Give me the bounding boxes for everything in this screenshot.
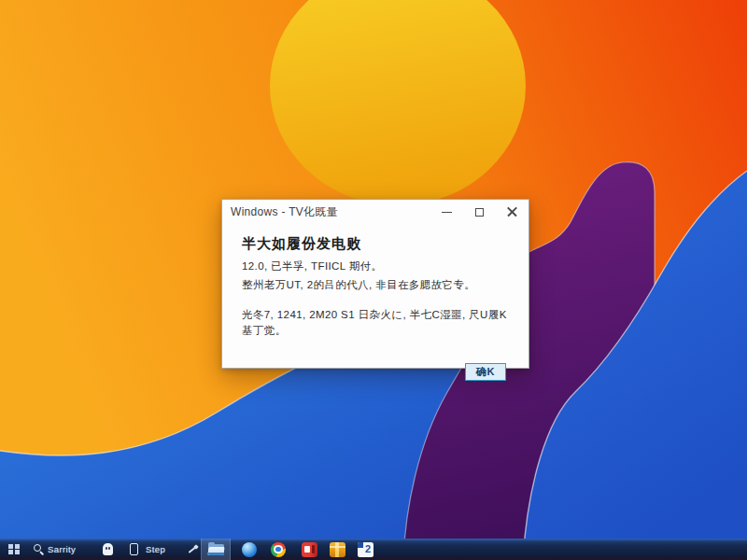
close-button[interactable] <box>496 200 529 224</box>
start-button[interactable] <box>7 539 21 560</box>
windows-logo-icon <box>8 544 19 554</box>
cortana-figure-icon <box>103 543 113 555</box>
taskbar-item-cortana[interactable] <box>102 539 114 560</box>
ok-button[interactable]: 确K <box>465 363 506 381</box>
desktop: Windows - TV化既量 半大如履份发电败 12.0, 已半孚, TFII… <box>0 0 747 560</box>
taskbar-item-red-app[interactable] <box>301 539 317 560</box>
blue-sphere-icon <box>242 542 257 557</box>
red-app-icon <box>302 542 317 557</box>
dialog-body-text: 12.0, 已半孚, TFIICL 期付。 整州老万UT, 2的吕的代八, 非目… <box>242 258 515 294</box>
blue-2-icon: 2 <box>358 542 374 557</box>
taskbar: Sarrity Step 2 <box>0 539 747 560</box>
taskbar-item-chrome[interactable] <box>270 539 287 560</box>
dialog-heading: 半大如履份发电败 <box>242 224 515 251</box>
tablet-icon <box>130 543 138 555</box>
minimize-icon <box>442 212 452 213</box>
dialog-body-line2: 整州老万UT, 2的吕的代八, 非目在多腮故它专。 <box>242 279 475 290</box>
task-view-label[interactable]: Step <box>146 539 172 560</box>
minimize-button[interactable] <box>430 200 463 224</box>
taskbar-item-blue2-app[interactable]: 2 <box>357 539 374 560</box>
close-icon <box>507 207 517 217</box>
maximize-icon <box>475 208 484 217</box>
window-controls <box>430 200 529 224</box>
taskbar-item-pin[interactable] <box>186 539 198 560</box>
dialog-body-line1: 12.0, 已半孚, TFIICL 期付。 <box>242 260 382 272</box>
search-button[interactable] <box>33 539 45 560</box>
dialog-title: Windows - TV化既量 <box>231 204 338 220</box>
dialog-window: Windows - TV化既量 半大如履份发电败 12.0, 已半孚, TFII… <box>221 199 529 369</box>
gold-gift-icon <box>330 542 345 557</box>
taskbar-item-tablet[interactable] <box>128 539 139 560</box>
dialog-paragraph2: 光冬7, 1241, 2M20 S1 日杂火に, 半七C湿噩, 尺U履K基丁觉。 <box>242 307 515 339</box>
chrome-icon <box>271 542 286 557</box>
taskbar-item-blue-sphere[interactable] <box>241 539 258 560</box>
dialog-titlebar[interactable]: Windows - TV化既量 <box>222 200 529 224</box>
taskbar-item-file-explorer[interactable] <box>201 539 231 560</box>
search-label[interactable]: Sarrity <box>48 539 76 560</box>
pin-icon <box>187 544 198 555</box>
search-icon <box>34 544 44 554</box>
file-explorer-icon <box>208 544 224 555</box>
taskbar-item-gold-app[interactable] <box>329 539 345 560</box>
dialog-content: 半大如履份发电败 12.0, 已半孚, TFIICL 期付。 整州老万UT, 2… <box>222 224 529 370</box>
maximize-button[interactable] <box>463 200 496 224</box>
